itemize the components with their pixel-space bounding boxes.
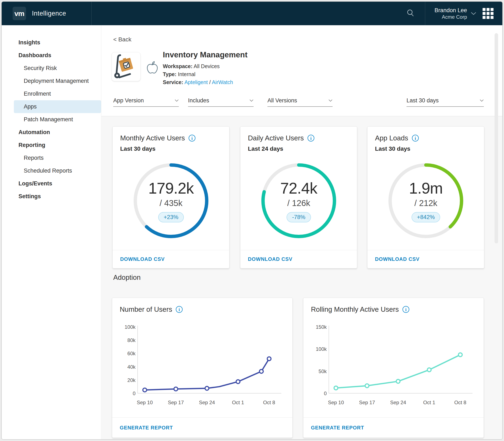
svg-text:0: 0 [324,391,327,396]
info-icon[interactable]: i [307,134,315,142]
versions-dropdown[interactable]: All Versions [267,94,333,107]
download-csv-link[interactable]: DOWNLOAD CSV [120,256,165,262]
svg-text:100k: 100k [124,324,136,330]
download-csv-link[interactable]: DOWNLOAD CSV [375,256,420,262]
sidebar-item-apps[interactable]: Apps [14,100,101,113]
svg-text:Sep 17: Sep 17 [359,400,375,405]
info-icon[interactable]: i [402,306,410,313]
svg-text:40k: 40k [127,364,136,370]
card-footer: GENERATE REPORT [303,417,484,438]
kpi-total: / 435k [160,198,183,208]
back-link[interactable]: < Back [113,36,131,43]
rolling-mau-line-chart: 050k100k150kSep 10Sep 17Sep 24Oct 1Oct 8 [306,321,479,411]
chevron-down-icon [175,99,179,102]
sidebar-item-settings[interactable]: Settings [2,190,101,203]
info-icon[interactable]: i [175,306,183,313]
includes-dropdown[interactable]: Includes [188,94,254,107]
service-separator: / [209,79,211,85]
app-launcher-icon[interactable] [483,8,493,19]
svg-text:60k: 60k [127,351,136,356]
svg-text:i: i [179,307,180,312]
app-icon [112,52,140,81]
sidebar-item-deployment-management[interactable]: Deployment Management [2,75,101,87]
svg-text:i: i [310,136,312,141]
app-version-dropdown[interactable]: App Version [113,94,179,107]
sidebar-item-reports[interactable]: Reports [2,152,101,164]
svg-text:i: i [191,136,193,141]
kpi-value: 179.2k [148,179,194,197]
airwatch-link[interactable]: AirWatch [212,79,233,85]
monthly-active-users-card: Monthly Active Users i Last 30 days 179.… [112,126,229,268]
card-footer: DOWNLOAD CSV [113,250,229,268]
info-icon[interactable]: i [188,134,196,142]
type-value: Internal [178,71,195,77]
date-range-dropdown[interactable]: Last 30 days [407,94,484,107]
number-of-users-card: Number of Users i 020k40k60k80k100kSep 1… [112,298,293,438]
sidebar-item-insights[interactable]: Insights [2,36,101,49]
rolling-mau-card: Rolling Monthly Active Users i 050k100k1… [303,298,484,438]
chevron-down-icon [480,99,484,102]
sidebar-item-enrollment[interactable]: Enrollment [2,87,101,100]
workspace-label: Workspace: [163,63,192,69]
apteligent-link[interactable]: Apteligent [184,79,208,85]
card-footer: DOWNLOAD CSV [240,250,357,268]
vmware-logo-text: vm [14,9,24,18]
vertical-scrollbar[interactable] [495,33,498,243]
sidebar-item-scheduled-reports[interactable]: Scheduled Reports [2,164,101,177]
sidebar-item-logs-events[interactable]: Logs/Events [2,177,101,190]
number-of-users-line-chart: 020k40k60k80k100kSep 10Sep 17Sep 24Oct 1… [115,321,288,411]
user-org: Acme Corp [434,14,467,20]
sidebar-item-security-risk[interactable]: Security Risk [2,62,101,75]
kpi-total: / 212k [414,198,437,208]
card-title: Number of Users [120,305,172,314]
kpi-change-badge: +842% [412,212,440,222]
svg-text:20k: 20k [127,377,136,383]
svg-text:100k: 100k [316,346,327,352]
kpi-change-badge: +23% [158,212,184,222]
card-title: Monthly Active Users [120,134,185,142]
top-navbar: vm Intelligence Brandon Lee Acme Corp [2,2,502,25]
svg-text:i: i [405,307,407,312]
info-icon[interactable]: i [412,134,419,142]
sidebar-item-patch-management[interactable]: Patch Management [2,113,101,126]
app-service: Service: Apteligent / AirWatch [163,78,247,86]
generate-report-link[interactable]: GENERATE REPORT [120,425,173,431]
app-window: vm Intelligence Brandon Lee Acme Corp In… [1,1,503,440]
svg-text:50k: 50k [319,368,327,374]
svg-text:80k: 80k [127,337,136,343]
sidebar-item-reporting[interactable]: Reporting [2,139,101,152]
workspace-value: All Devices [194,63,220,69]
svg-text:Sep 24: Sep 24 [199,400,215,405]
kpi-total: / 126k [287,198,310,208]
download-csv-link[interactable]: DOWNLOAD CSV [248,256,292,262]
svg-text:Oct 8: Oct 8 [454,400,466,405]
svg-text:Sep 10: Sep 10 [137,400,153,405]
search-icon[interactable] [406,9,415,18]
user-menu[interactable]: Brandon Lee Acme Corp [434,7,476,20]
sidebar-item-automation[interactable]: Automation [2,126,101,139]
topbar-divider [425,2,425,25]
service-label: Service: [163,79,183,85]
page-header: < Back [102,25,502,116]
donut-chart: 1.9m / 212k +842% [385,160,467,242]
svg-text:150k: 150k [316,324,327,330]
dropdown-label: App Version [113,97,144,104]
apple-icon [146,60,158,75]
type-label: Type: [163,71,176,77]
donut-chart: 179.2k / 435k +23% [130,160,212,242]
app-title: Inventory Management [163,50,247,59]
svg-text:i: i [415,136,416,141]
sidebar-item-dashboards[interactable]: Dashboards [2,49,101,62]
card-footer: DOWNLOAD CSV [367,250,484,268]
kpi-value: 1.9m [409,179,443,197]
generate-report-link[interactable]: GENERATE REPORT [311,425,364,431]
chevron-down-icon [471,12,476,15]
dropdown-label: Last 30 days [407,97,439,104]
kpi-change-badge: -78% [287,212,311,222]
chevron-down-icon [249,99,254,102]
vmware-logo: vm [13,7,26,20]
svg-text:Oct 8: Oct 8 [263,400,275,405]
card-title: App Loads [375,134,408,142]
card-period: Last 24 days [240,142,357,152]
svg-text:Oct 1: Oct 1 [423,400,435,405]
